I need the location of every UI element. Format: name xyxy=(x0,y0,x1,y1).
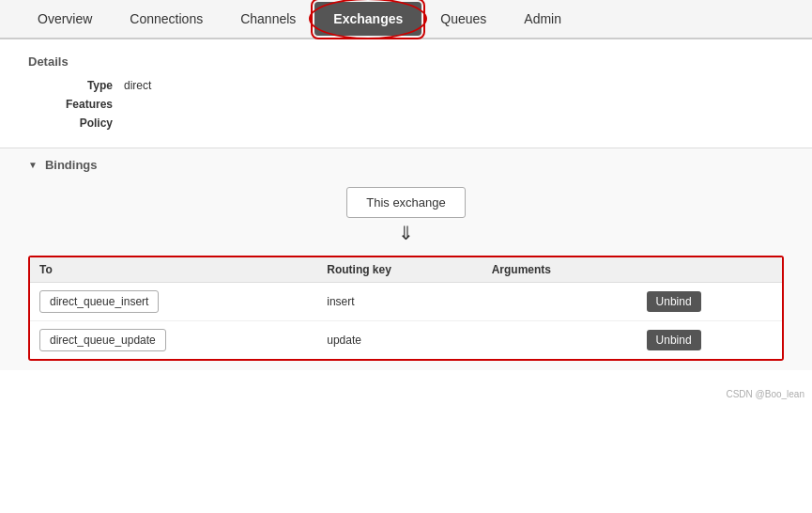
cell-action-1: Unbind xyxy=(637,283,782,321)
queue-name-box-1: direct_queue_insert xyxy=(39,290,159,313)
details-value-type: direct xyxy=(124,79,151,92)
collapse-icon[interactable]: ▼ xyxy=(28,160,38,170)
details-section-title: Details xyxy=(28,54,784,69)
top-navigation: Overview Connections Channels Exchanges … xyxy=(0,0,812,39)
table-row: direct_queue_update update Unbind xyxy=(30,321,782,360)
bindings-section: ▼ Bindings This exchange ⇓ To Routing ke… xyxy=(0,148,812,370)
details-row-type: Type direct xyxy=(47,76,784,95)
main-content: Details Type direct Features Policy ▼ Bi… xyxy=(0,39,812,385)
bindings-table-wrapper: To Routing key Arguments direct_queue_in… xyxy=(28,256,784,361)
unbind-button-2[interactable]: Unbind xyxy=(647,330,701,350)
queue-name-box-2: direct_queue_update xyxy=(39,329,166,351)
exchange-box: This exchange xyxy=(346,187,466,218)
details-label-features: Features xyxy=(47,98,113,111)
details-label-type: Type xyxy=(47,79,113,92)
col-header-to: To xyxy=(30,257,317,283)
cell-arguments-1 xyxy=(483,283,637,321)
col-header-arguments: Arguments xyxy=(483,257,637,283)
cell-to-1: direct_queue_insert xyxy=(30,283,317,321)
details-row-features: Features xyxy=(47,95,784,114)
cell-routing-key-1: insert xyxy=(317,283,482,321)
bindings-section-title: Bindings xyxy=(45,158,98,172)
col-header-routing-key: Routing key xyxy=(317,257,482,283)
tab-connections[interactable]: Connections xyxy=(111,0,222,38)
bindings-table: To Routing key Arguments direct_queue_in… xyxy=(30,257,782,359)
down-arrow-icon: ⇓ xyxy=(398,222,414,244)
details-table: Type direct Features Policy xyxy=(47,76,784,132)
cell-action-2: Unbind xyxy=(637,321,782,360)
details-row-policy: Policy xyxy=(47,114,784,132)
cell-routing-key-2: update xyxy=(317,321,482,360)
tab-admin[interactable]: Admin xyxy=(505,0,580,38)
details-label-policy: Policy xyxy=(47,117,113,130)
tab-channels[interactable]: Channels xyxy=(222,0,314,38)
unbind-button-1[interactable]: Unbind xyxy=(647,291,701,312)
tab-exchanges[interactable]: Exchanges xyxy=(314,2,421,36)
col-header-action xyxy=(637,257,782,283)
tab-queues[interactable]: Queues xyxy=(421,0,505,38)
bindings-header: ▼ Bindings xyxy=(28,158,784,172)
exchange-flow-diagram: This exchange ⇓ xyxy=(28,187,784,244)
cell-to-2: direct_queue_update xyxy=(30,321,317,360)
table-row: direct_queue_insert insert Unbind xyxy=(30,283,782,321)
table-header-row: To Routing key Arguments xyxy=(30,257,782,283)
cell-arguments-2 xyxy=(483,321,637,360)
tab-overview[interactable]: Overview xyxy=(19,0,111,38)
watermark: CSDN @Boo_lean xyxy=(0,385,812,403)
